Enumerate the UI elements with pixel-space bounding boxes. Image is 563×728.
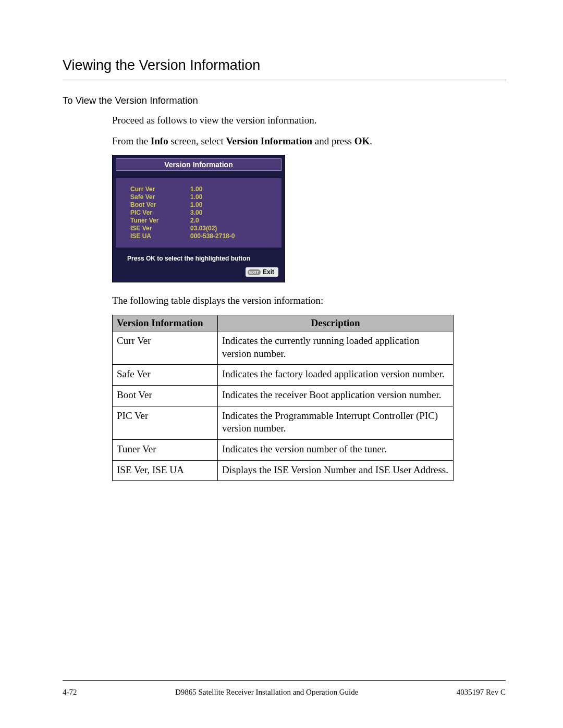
intro-paragraph-1: Proceed as follows to view the version i… <box>112 114 506 127</box>
th-version-information: Version Information <box>113 315 218 331</box>
osd-body: Curr Ver 1.00 Safe Ver 1.00 Boot Ver 1.0… <box>116 178 282 248</box>
osd-title: Version Information <box>116 158 282 171</box>
osd-value: 2.0 <box>190 217 199 224</box>
p2-bold-version-information: Version Information <box>226 135 312 146</box>
cell-key: PIC Ver <box>113 406 218 439</box>
osd-row: Safe Ver 1.00 <box>130 193 274 201</box>
exit-button[interactable]: EXIT Exit <box>246 267 278 277</box>
cell-key: Boot Ver <box>113 385 218 406</box>
p2-part-a: From the <box>112 135 151 146</box>
cell-key: Safe Ver <box>113 365 218 386</box>
p2-part-b: screen, select <box>168 135 226 146</box>
osd-hint: Press OK to select the highlighted butto… <box>113 253 285 267</box>
table-row: Boot Ver Indicates the receiver Boot app… <box>113 385 454 406</box>
osd-label: Boot Ver <box>130 201 190 208</box>
footer-page-number: 4-72 <box>63 688 77 697</box>
p2-part-d: . <box>370 135 372 146</box>
osd-row: Curr Ver 1.00 <box>130 186 274 193</box>
table-row: ISE Ver, ISE UA Displays the ISE Version… <box>113 460 454 481</box>
osd-value: 000-538-2718-0 <box>190 232 235 240</box>
table-row: Tuner Ver Indicates the version number o… <box>113 440 454 461</box>
version-description-table: Version Information Description Curr Ver… <box>112 315 454 482</box>
osd-row: PIC Ver 3.00 <box>130 209 274 216</box>
page-title: Viewing the Version Information <box>63 57 506 73</box>
osd-label: ISE UA <box>130 232 190 240</box>
section-subheading: To View the Version Information <box>63 95 506 106</box>
table-row: PIC Ver Indicates the Programmable Inter… <box>113 406 454 439</box>
exit-badge-icon: EXIT <box>248 269 261 275</box>
footer-doc-rev: 4035197 Rev C <box>457 688 506 697</box>
cell-key: ISE Ver, ISE UA <box>113 460 218 481</box>
osd-row: ISE Ver 03.03(02) <box>130 225 274 232</box>
osd-label: PIC Ver <box>130 209 190 216</box>
osd-label: Safe Ver <box>130 193 190 201</box>
osd-label: Tuner Ver <box>130 217 190 224</box>
osd-row: ISE UA 000-538-2718-0 <box>130 232 274 240</box>
cell-key: Tuner Ver <box>113 440 218 461</box>
osd-exit-row: EXIT Exit <box>113 267 285 282</box>
osd-value: 1.00 <box>190 186 202 193</box>
footer-doc-title: D9865 Satellite Receiver Installation an… <box>175 688 359 697</box>
table-row: Curr Ver Indicates the currently running… <box>113 331 454 364</box>
intro-paragraph-2: From the Info screen, select Version Inf… <box>112 134 506 148</box>
cell-desc: Displays the ISE Version Number and ISE … <box>218 460 454 481</box>
osd-label: Curr Ver <box>130 186 190 193</box>
p2-bold-info: Info <box>151 135 168 146</box>
osd-value: 1.00 <box>190 201 202 208</box>
osd-row: Tuner Ver 2.0 <box>130 217 274 224</box>
osd-row: Boot Ver 1.00 <box>130 201 274 208</box>
exit-label: Exit <box>263 268 274 276</box>
table-intro: The following table displays the version… <box>112 294 506 307</box>
cell-desc: Indicates the Programmable Interrupt Con… <box>218 406 454 439</box>
osd-value: 03.03(02) <box>190 225 217 232</box>
cell-desc: Indicates the currently running loaded a… <box>218 331 454 364</box>
cell-key: Curr Ver <box>113 331 218 364</box>
title-rule <box>63 80 506 80</box>
cell-desc: Indicates the receiver Boot application … <box>218 385 454 406</box>
cell-desc: Indicates the version number of the tune… <box>218 440 454 461</box>
footer-rule <box>63 680 506 681</box>
osd-label: ISE Ver <box>130 225 190 232</box>
page-footer: 4-72 D9865 Satellite Receiver Installati… <box>63 680 506 697</box>
th-description: Description <box>218 315 454 331</box>
cell-desc: Indicates the factory loaded application… <box>218 365 454 386</box>
osd-value: 1.00 <box>190 193 202 201</box>
osd-value: 3.00 <box>190 209 202 216</box>
p2-part-c: and press <box>312 135 354 146</box>
table-row: Safe Ver Indicates the factory loaded ap… <box>113 365 454 386</box>
osd-screenshot: Version Information Curr Ver 1.00 Safe V… <box>112 155 285 282</box>
p2-bold-ok: OK <box>354 135 370 146</box>
